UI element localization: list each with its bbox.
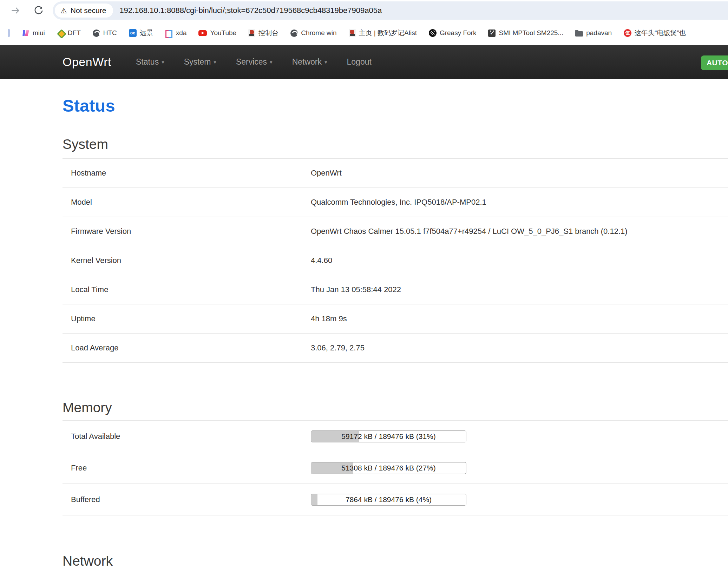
bookmark-yuanjing[interactable]: oc 远景 [129, 28, 153, 38]
miui-favicon [22, 29, 29, 37]
smi-mptool-favicon: ✓ [488, 29, 496, 37]
nav-menu: Status ▾ System ▾ Services ▾ Network ▾ L… [136, 57, 372, 67]
system-table: Hostname OpenWrt Model Qualcomm Technolo… [63, 158, 728, 363]
bookmark-smi-mptool[interactable]: ✓ SMI MPTool SM225... [488, 29, 563, 37]
table-row: Free 51308 kB / 189476 kB (27%) [63, 452, 728, 483]
bookmark-padavan[interactable]: padavan [575, 29, 612, 37]
bookmark-chrome-win[interactable]: Chrome win [290, 29, 336, 37]
security-label: Not secure [71, 6, 106, 15]
youtube-favicon [198, 30, 207, 36]
buffered-progressbar: 7864 kB / 189476 kB (4%) [311, 494, 466, 506]
nav-item-status[interactable]: Status ▾ [136, 57, 164, 67]
nav-item-network[interactable]: Network ▾ [292, 57, 327, 67]
table-row: Total Available 59172 kB / 189476 kB (31… [63, 420, 728, 452]
bookmark-miui[interactable]: miui [22, 29, 45, 37]
yuanjing-favicon: oc [129, 29, 137, 37]
reload-button[interactable] [32, 4, 45, 17]
alist-favicon [349, 29, 356, 37]
address-bar[interactable]: ⚠ Not secure 192.168.10.1:8088/cgi-bin/l… [53, 1, 728, 20]
nav-item-system[interactable]: System ▾ [184, 57, 216, 67]
table-row: Model Qualcomm Technologies, Inc. IPQ501… [63, 187, 728, 217]
auto-refresh-badge[interactable]: AUTO [701, 55, 728, 70]
folder-favicon [575, 31, 583, 37]
free-progressbar: 51308 kB / 189476 kB (27%) [311, 462, 466, 474]
browser-toolbar: ⚠ Not secure 192.168.10.1:8088/cgi-bin/l… [0, 0, 728, 21]
chevron-down-icon: ▾ [162, 59, 164, 65]
luci-status-page: Status System Hostname OpenWrt Model Qua… [0, 79, 728, 566]
table-row: Local Time Thu Jan 13 05:58:44 2022 [63, 275, 728, 304]
chevron-down-icon: ▾ [214, 59, 216, 65]
bookmark-alist[interactable]: 主页 | 数码罗记Alist [349, 28, 417, 38]
warning-icon: ⚠ [60, 7, 67, 14]
table-row: Buffered 7864 kB / 189476 kB (4%) [63, 483, 728, 515]
table-row: Uptime 4h 18m 9s [63, 304, 728, 333]
bookmark-htc[interactable]: HTC [93, 29, 117, 37]
memory-table: Total Available 59172 kB / 189476 kB (31… [63, 420, 728, 515]
system-section-heading: System [63, 137, 728, 152]
greasyfork-favicon [429, 29, 437, 37]
bookmark-console[interactable]: 控制台 [248, 28, 278, 38]
chevron-down-icon: ▾ [324, 59, 327, 65]
progressbar-text: 51308 kB / 189476 kB (27%) [311, 462, 466, 474]
dft-favicon [57, 29, 65, 37]
bookmark-greasyfork[interactable]: Greasy Fork [429, 29, 477, 37]
smzdm-favicon: 值 [624, 29, 631, 37]
table-row: Kernel Version 4.4.60 [63, 246, 728, 275]
table-row: Hostname OpenWrt [63, 158, 728, 187]
bookmark-youtube[interactable]: YouTube [198, 29, 236, 37]
htc-favicon [93, 29, 100, 37]
brand-logo[interactable]: OpenWrt [63, 55, 111, 69]
table-row: Firmware Version OpenWrt Chaos Calmer 15… [63, 217, 728, 246]
nav-item-logout[interactable]: Logout [347, 57, 372, 67]
reload-icon [33, 5, 44, 16]
total-available-progressbar: 59172 kB / 189476 kB (31%) [311, 430, 466, 442]
openwrt-navbar: OpenWrt Status ▾ System ▾ Services ▾ Net… [0, 45, 728, 79]
page-title: Status [63, 96, 728, 116]
console-favicon [248, 29, 255, 37]
forward-button[interactable] [9, 4, 22, 17]
bookmark-xda[interactable]: xda [165, 29, 187, 37]
table-row: Load Average 3.06, 2.79, 2.75 [63, 333, 728, 362]
xda-favicon [165, 29, 173, 37]
memory-section-heading: Memory [63, 400, 728, 415]
progressbar-text: 59172 kB / 189476 kB (31%) [311, 431, 466, 442]
chevron-down-icon: ▾ [270, 59, 273, 65]
partial-favicon [8, 29, 10, 37]
bookmark-smzdm[interactable]: 值 这年头“电饭煲”也 [624, 28, 686, 38]
progressbar-text: 7864 kB / 189476 kB (4%) [311, 494, 466, 505]
forward-arrow-icon [10, 5, 21, 16]
network-section-heading: Network [63, 553, 728, 566]
bookmarks-bar: miui DFT HTC oc 远景 xda YouTube 控制台 Chrom… [0, 21, 728, 45]
nav-item-services[interactable]: Services ▾ [236, 57, 273, 67]
chrome-win-favicon [290, 29, 298, 37]
security-chip[interactable]: ⚠ Not secure [55, 4, 113, 18]
bookmark-dft[interactable]: DFT [57, 29, 81, 37]
url-text[interactable]: 192.168.10.1:8088/cgi-bin/luci/;stok=672… [119, 6, 382, 15]
